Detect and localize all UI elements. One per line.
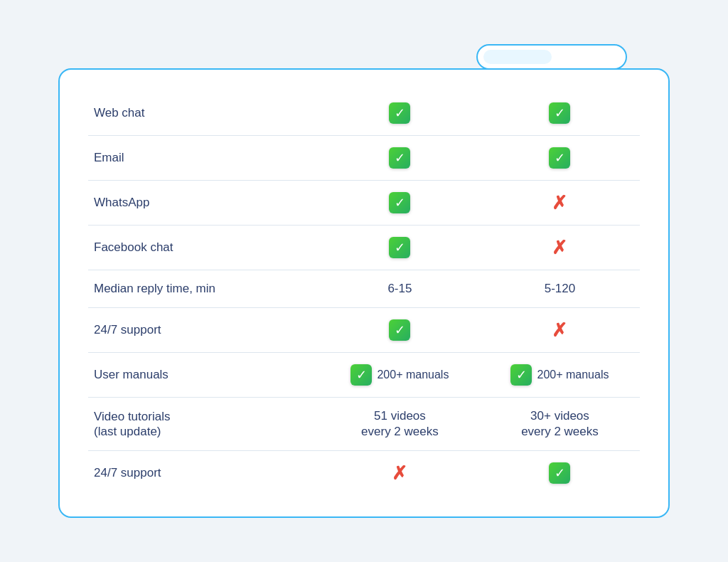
text-value: 5-120 bbox=[545, 282, 575, 295]
feature-line2: (last update) bbox=[94, 425, 314, 439]
text-value: 6-15 bbox=[387, 282, 412, 295]
feature-cell: Median reply time, min bbox=[88, 270, 320, 308]
check-text-cell: ✓200+ manuals bbox=[510, 364, 609, 386]
line2: every 2 weeks bbox=[361, 425, 439, 439]
lh-cell: ✓200+ manuals bbox=[320, 353, 480, 398]
table-row: Facebook chat✓✗ bbox=[88, 226, 640, 270]
check-icon: ✓ bbox=[389, 192, 410, 213]
multiline-cell: 51 videosevery 2 weeks bbox=[326, 409, 474, 439]
table-row: User manuals✓200+ manuals✓200+ manuals bbox=[88, 353, 640, 398]
ds-cell: ✗ bbox=[480, 226, 640, 270]
feature-cell: 24/7 support bbox=[88, 451, 320, 496]
table-row: Web chat✓✓ bbox=[88, 91, 640, 136]
lh-cell: ✗ bbox=[320, 451, 480, 496]
check-icon: ✓ bbox=[510, 364, 532, 386]
feature-cell: Email bbox=[88, 136, 320, 181]
lh-cell: ✓ bbox=[320, 308, 480, 353]
comparison-widget: Web chat✓✓Email✓✓WhatsApp✓✗Facebook chat… bbox=[58, 44, 670, 518]
feature-line1: Video tutorials bbox=[94, 410, 314, 424]
comparison-table: Web chat✓✓Email✓✓WhatsApp✓✗Facebook chat… bbox=[88, 91, 640, 495]
cell-text: 200+ manuals bbox=[377, 369, 449, 381]
feature-cell: Facebook chat bbox=[88, 226, 320, 270]
check-icon: ✓ bbox=[549, 462, 570, 484]
lh-cell: ✓ bbox=[320, 136, 480, 181]
cell-text: 200+ manuals bbox=[537, 369, 609, 381]
multiline-cell: 30+ videosevery 2 weeks bbox=[486, 409, 634, 439]
tab-dux-soup bbox=[552, 50, 620, 64]
line2: every 2 weeks bbox=[521, 425, 599, 439]
line1: 51 videos bbox=[374, 409, 426, 423]
ds-cell: ✓ bbox=[480, 136, 640, 181]
feature-cell: 24/7 support bbox=[88, 308, 320, 353]
header-tabs bbox=[476, 44, 627, 70]
ds-cell: ✓ bbox=[480, 91, 640, 136]
table-row: Median reply time, min6-155-120 bbox=[88, 270, 640, 308]
ds-cell: ✓ bbox=[480, 451, 640, 496]
cross-icon: ✗ bbox=[552, 193, 567, 212]
ds-cell: ✗ bbox=[480, 181, 640, 226]
lh-cell: 6-15 bbox=[320, 270, 480, 308]
feature-multiline: Video tutorials(last update) bbox=[94, 410, 314, 439]
ds-cell: 30+ videosevery 2 weeks bbox=[480, 398, 640, 451]
lh-cell: ✓ bbox=[320, 181, 480, 226]
check-icon: ✓ bbox=[389, 319, 410, 341]
lh-cell: 51 videosevery 2 weeks bbox=[320, 398, 480, 451]
table-row: Video tutorials(last update)51 videoseve… bbox=[88, 398, 640, 451]
feature-cell: User manuals bbox=[88, 353, 320, 398]
check-icon: ✓ bbox=[549, 102, 570, 124]
ds-cell: 5-120 bbox=[480, 270, 640, 308]
lh-cell: ✓ bbox=[320, 226, 480, 270]
check-icon: ✓ bbox=[389, 237, 410, 258]
cross-icon: ✗ bbox=[392, 464, 407, 482]
table-row: WhatsApp✓✗ bbox=[88, 181, 640, 226]
ds-cell: ✗ bbox=[480, 308, 640, 353]
check-icon: ✓ bbox=[389, 102, 410, 124]
feature-cell: Web chat bbox=[88, 91, 320, 136]
check-icon: ✓ bbox=[549, 147, 570, 169]
feature-cell: WhatsApp bbox=[88, 181, 320, 226]
line1: 30+ videos bbox=[530, 409, 589, 423]
table-row: 24/7 support✓✗ bbox=[88, 308, 640, 353]
check-text-cell: ✓200+ manuals bbox=[350, 364, 449, 386]
table-row: Email✓✓ bbox=[88, 136, 640, 181]
cross-icon: ✗ bbox=[552, 238, 567, 257]
table-card: Web chat✓✓Email✓✓WhatsApp✓✗Facebook chat… bbox=[58, 68, 670, 518]
ds-cell: ✓200+ manuals bbox=[480, 353, 640, 398]
cross-icon: ✗ bbox=[552, 321, 567, 339]
feature-cell: Video tutorials(last update) bbox=[88, 398, 320, 451]
lh-cell: ✓ bbox=[320, 91, 480, 136]
check-icon: ✓ bbox=[389, 147, 410, 169]
table-row: 24/7 support✗✓ bbox=[88, 451, 640, 496]
header-tabs-row bbox=[58, 44, 627, 70]
check-icon: ✓ bbox=[350, 364, 372, 386]
tab-linked-helper bbox=[483, 50, 552, 64]
